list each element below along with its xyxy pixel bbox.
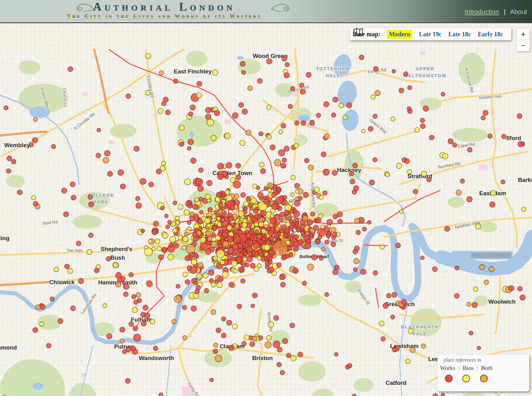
place-dot[interactable] — [361, 269, 366, 275]
place-dot[interactable] — [172, 319, 176, 324]
place-dot[interactable] — [333, 270, 338, 275]
place-dot[interactable] — [339, 103, 344, 108]
place-dot[interactable] — [234, 236, 241, 243]
place-dot[interactable] — [218, 174, 223, 180]
place-dot[interactable] — [203, 273, 208, 278]
place-dot[interactable] — [51, 144, 56, 149]
place-dot[interactable] — [68, 67, 73, 72]
place-dot[interactable] — [215, 355, 222, 362]
place-dot[interactable] — [310, 212, 315, 217]
place-dot[interactable] — [182, 272, 187, 277]
place-dot[interactable] — [40, 322, 44, 326]
place-dot[interactable] — [489, 266, 494, 272]
place-dot[interactable] — [293, 209, 297, 213]
place-dot[interactable] — [64, 212, 69, 217]
place-dot[interactable] — [257, 256, 262, 260]
place-dot[interactable] — [153, 346, 158, 351]
place-dot[interactable] — [204, 218, 210, 224]
place-dot[interactable] — [230, 205, 235, 210]
place-dot[interactable] — [204, 288, 209, 293]
place-dot[interactable] — [186, 244, 195, 253]
place-dot[interactable] — [334, 353, 338, 356]
place-dot[interactable] — [407, 107, 411, 111]
place-dot[interactable] — [134, 146, 139, 152]
zoom-out-button[interactable]: − — [517, 40, 530, 51]
place-dot[interactable] — [156, 169, 161, 174]
place-dot[interactable] — [286, 353, 291, 358]
place-dot[interactable] — [221, 333, 226, 338]
place-dot[interactable] — [270, 214, 274, 218]
place-dot[interactable] — [132, 294, 136, 299]
place-dot[interactable] — [173, 228, 177, 233]
place-dot[interactable] — [191, 306, 196, 311]
place-dot[interactable] — [191, 158, 196, 163]
place-dot[interactable] — [188, 204, 192, 208]
place-dot[interactable] — [125, 378, 130, 383]
basemap-option-early18c[interactable]: Early 18c — [478, 31, 503, 38]
place-dot[interactable] — [483, 110, 488, 116]
place-dot[interactable] — [166, 225, 170, 229]
place-dot[interactable] — [207, 180, 212, 186]
place-dot[interactable] — [302, 281, 307, 285]
place-dot[interactable] — [323, 102, 329, 107]
place-dot[interactable] — [279, 212, 285, 218]
zoom-in-button[interactable]: + — [517, 29, 530, 40]
place-dot[interactable] — [423, 106, 429, 111]
place-dot[interactable] — [197, 81, 202, 86]
place-dot[interactable] — [182, 336, 187, 340]
place-dot[interactable] — [144, 313, 150, 319]
place-dot[interactable] — [319, 195, 324, 200]
place-dot[interactable] — [226, 195, 232, 201]
place-dot[interactable] — [252, 293, 257, 298]
place-dot[interactable] — [354, 258, 359, 264]
place-dot[interactable] — [306, 72, 311, 77]
place-dot[interactable] — [207, 223, 211, 227]
place-dot[interactable] — [213, 343, 218, 347]
place-dot[interactable] — [432, 267, 437, 272]
place-dot[interactable] — [184, 209, 190, 215]
place-dot[interactable] — [282, 338, 288, 344]
place-dot[interactable] — [293, 246, 299, 251]
place-dot[interactable] — [310, 120, 314, 125]
place-dot[interactable] — [116, 282, 121, 287]
place-dot[interactable] — [150, 319, 155, 324]
place-dot[interactable] — [120, 327, 125, 332]
place-dot[interactable] — [266, 105, 271, 110]
place-dot[interactable] — [136, 203, 142, 209]
place-dot[interactable] — [190, 212, 194, 217]
place-dot[interactable] — [33, 201, 38, 206]
place-dot[interactable] — [217, 222, 222, 227]
place-dot[interactable] — [385, 173, 390, 177]
place-dot[interactable] — [208, 270, 214, 275]
place-dot[interactable] — [281, 123, 286, 128]
place-dot[interactable] — [209, 279, 213, 283]
place-dot[interactable] — [195, 198, 199, 202]
place-dot[interactable] — [334, 265, 339, 270]
place-dot[interactable] — [490, 190, 496, 196]
basemap-option-late18c[interactable]: Late 18c — [448, 31, 471, 38]
place-dot[interactable] — [161, 161, 166, 165]
place-dot[interactable] — [258, 235, 262, 240]
place-dot[interactable] — [76, 241, 81, 246]
place-dot[interactable] — [404, 72, 408, 76]
place-dot[interactable] — [331, 242, 336, 247]
place-dot[interactable] — [221, 218, 226, 222]
place-dot[interactable] — [319, 257, 323, 261]
place-dot[interactable] — [295, 190, 299, 194]
place-dot[interactable] — [230, 178, 235, 183]
place-dot[interactable] — [517, 114, 522, 119]
place-dot[interactable] — [218, 163, 224, 169]
place-dot[interactable] — [363, 227, 367, 231]
place-dot[interactable] — [350, 171, 354, 176]
place-dot[interactable] — [275, 227, 280, 231]
place-dot[interactable] — [129, 272, 134, 277]
place-dot[interactable] — [134, 334, 141, 341]
place-dot[interactable] — [490, 202, 495, 207]
place-dot[interactable] — [521, 207, 526, 211]
place-dot[interactable] — [123, 284, 129, 289]
place-dot[interactable] — [304, 243, 311, 249]
place-dot[interactable] — [392, 292, 397, 297]
place-dot[interactable] — [268, 230, 274, 235]
place-dot[interactable] — [373, 271, 378, 275]
place-dot[interactable] — [479, 265, 485, 270]
